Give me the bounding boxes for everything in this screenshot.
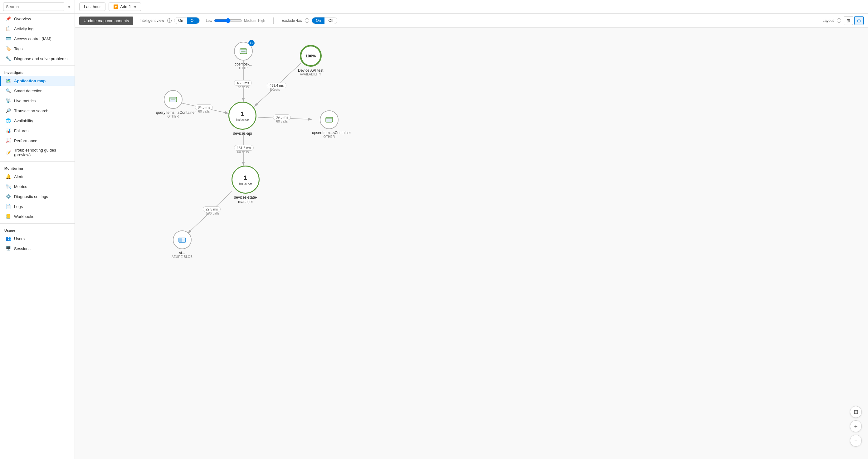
layout-grid-button[interactable]: ⊞: [844, 16, 853, 25]
divider-monitoring: [0, 161, 74, 162]
divider-usage: [0, 223, 74, 224]
fit-view-button[interactable]: ⊞: [850, 406, 862, 418]
sidebar-usage-items: 👥 Users🖥️ Sessions: [0, 234, 74, 254]
intelligent-view-label: Intelligent view: [140, 19, 164, 23]
svg-rect-17: [179, 238, 182, 242]
sidebar-item-alerts[interactable]: 🔔 Alerts: [0, 171, 74, 182]
svg-rect-8: [240, 48, 247, 50]
node-sublabel-cosmos: HTTP: [239, 66, 248, 70]
layout-network-button[interactable]: ⬡: [854, 16, 864, 25]
svg-rect-11: [170, 97, 177, 99]
zoom-out-button[interactable]: －: [850, 435, 862, 447]
intelligent-view-info-icon[interactable]: i: [167, 19, 172, 23]
layout-info-icon[interactable]: i: [837, 19, 841, 23]
update-map-button[interactable]: Update map components: [79, 17, 133, 25]
slider-control: Low Medium High: [206, 18, 265, 23]
node-label-st-blob: st...: [179, 251, 185, 255]
sidebar-icon-application-map: 🗺️: [5, 78, 11, 84]
sidebar-icon-metrics: 📉: [5, 184, 11, 189]
svg-rect-12: [171, 99, 175, 100]
sidebar-item-troubleshooting[interactable]: 📝 Troubleshooting guides (preview): [0, 145, 74, 159]
sidebar-item-workbooks[interactable]: 📒 Workbooks: [0, 211, 74, 221]
section-monitoring-label: Monitoring: [0, 163, 74, 171]
svg-line-6: [188, 191, 232, 233]
time-filter-button[interactable]: Last hour: [79, 2, 105, 11]
map-controls: Update map components Intelligent view i…: [75, 14, 868, 28]
sidebar-item-failures[interactable]: 📊 Failures: [0, 126, 74, 136]
map-node-devices-state-manager[interactable]: 1 instance devices-state-manager: [228, 166, 263, 204]
sidebar-item-diagnostic-settings[interactable]: ⚙️ Diagnostic settings: [0, 192, 74, 201]
layout-control: Layout i ⊞ ⬡: [823, 16, 864, 25]
sidebar-label-application-map: Application map: [14, 78, 45, 83]
exclude-4xx-on[interactable]: On: [312, 18, 324, 24]
sidebar-label-transaction-search: Transaction search: [14, 108, 49, 113]
sidebar-item-application-map[interactable]: 🗺️ Application map: [0, 76, 74, 86]
sidebar-item-users[interactable]: 👥 Users: [0, 234, 74, 243]
sidebar-icon-availability: 🌐: [5, 118, 11, 124]
intelligent-view-off[interactable]: Off: [187, 18, 199, 24]
slider-low-label: Low: [206, 19, 212, 23]
sidebar-label-failures: Failures: [14, 128, 28, 133]
sidebar-label-logs: Logs: [14, 204, 23, 209]
exclude-4xx-control: Exclude 4xx i On Off: [282, 17, 338, 24]
time-filter-label: Last hour: [84, 4, 101, 9]
response-time-slider[interactable]: [214, 18, 242, 23]
zoom-in-button[interactable]: ＋: [850, 420, 862, 432]
sidebar-item-tags[interactable]: 🏷️ Tags: [0, 44, 74, 54]
section-usage-label: Usage: [0, 225, 74, 234]
sidebar-icon-failures: 📊: [5, 128, 11, 133]
sidebar-label-overview: Overview: [14, 17, 31, 21]
sidebar-icon-logs: 📄: [5, 204, 11, 209]
sidebar: « 📌 Overview📋 Activity log🪪 Access contr…: [0, 0, 75, 459]
exclude-4xx-label: Exclude 4xx: [282, 19, 302, 23]
node-sublabel-upsertitem: OTHER: [323, 135, 335, 138]
add-filter-button[interactable]: 🔽 Add filter: [108, 2, 141, 11]
sidebar-item-availability[interactable]: 🌐 Availability: [0, 116, 74, 126]
sidebar-item-overview[interactable]: 📌 Overview: [0, 14, 74, 24]
map-node-cosmos[interactable]: +2 cosmos-... HTTP: [234, 42, 253, 70]
main-content: Last hour 🔽 Add filter Update map compon…: [75, 0, 868, 459]
sidebar-icon-alerts: 🔔: [5, 174, 11, 179]
svg-rect-9: [241, 51, 246, 52]
sidebar-icon-transaction-search: 🔎: [5, 108, 11, 113]
sidebar-item-activity-log[interactable]: 📋 Activity log: [0, 24, 74, 34]
blob-circle: [173, 230, 192, 249]
sidebar-item-logs[interactable]: 📄 Logs: [0, 201, 74, 211]
intelligent-view-toggle: On Off: [174, 17, 200, 24]
map-node-st-blob[interactable]: st... AZURE BLOB: [172, 230, 192, 259]
map-node-queryitems[interactable]: queryItems...sContainer OTHER: [156, 90, 190, 118]
map-svg: [75, 28, 868, 459]
sidebar-icon-workbooks: 📒: [5, 214, 11, 219]
node-label-queryitems: queryItems...sContainer: [156, 110, 190, 115]
sidebar-label-performance: Performance: [14, 138, 37, 143]
sidebar-label-activity-log: Activity log: [14, 27, 33, 31]
sidebar-item-transaction-search[interactable]: 🔎 Transaction search: [0, 106, 74, 116]
sidebar-item-performance[interactable]: 📈 Performance: [0, 136, 74, 145]
sidebar-icon-live-metrics: 📡: [5, 98, 11, 103]
sidebar-icon-performance: 📈: [5, 138, 11, 143]
sidebar-label-workbooks: Workbooks: [14, 214, 34, 219]
sidebar-icon-smart-detection: 🔍: [5, 88, 11, 94]
sidebar-item-live-metrics[interactable]: 📡 Live metrics: [0, 96, 74, 106]
sidebar-item-access-control[interactable]: 🪪 Access control (IAM): [0, 34, 74, 44]
map-node-upsertitem[interactable]: upsertItem...sContainer OTHER: [312, 110, 346, 138]
node-sublabel-device-api-test: AVAILABILITY: [300, 73, 321, 76]
intelligent-view-on[interactable]: On: [175, 18, 187, 24]
layout-buttons: ⊞ ⬡: [844, 16, 864, 25]
sidebar-monitoring-items: 🔔 Alerts📉 Metrics⚙️ Diagnostic settings📄…: [0, 171, 74, 221]
sidebar-item-diagnose[interactable]: 🔧 Diagnose and solve problems: [0, 54, 74, 64]
db-circle: [164, 90, 183, 109]
zoom-controls: ⊞ ＋ －: [850, 406, 862, 447]
instance-circle: 1 instance: [228, 102, 256, 130]
sidebar-top-items: 📌 Overview📋 Activity log🪪 Access control…: [0, 14, 74, 64]
sidebar-item-sessions[interactable]: 🖥️ Sessions: [0, 243, 74, 254]
map-node-device-api-test[interactable]: 100% Device API test AVAILABILITY: [298, 45, 323, 76]
exclude-4xx-info-icon[interactable]: i: [305, 19, 309, 23]
exclude-4xx-off[interactable]: Off: [324, 18, 337, 24]
sidebar-item-metrics[interactable]: 📉 Metrics: [0, 182, 74, 192]
sidebar-item-smart-detection[interactable]: 🔍 Smart detection: [0, 86, 74, 96]
collapse-button[interactable]: «: [66, 3, 71, 11]
map-node-devices-api[interactable]: 1 instance devices-api: [228, 102, 256, 136]
db-circle: [320, 110, 339, 129]
search-input[interactable]: [3, 2, 64, 11]
